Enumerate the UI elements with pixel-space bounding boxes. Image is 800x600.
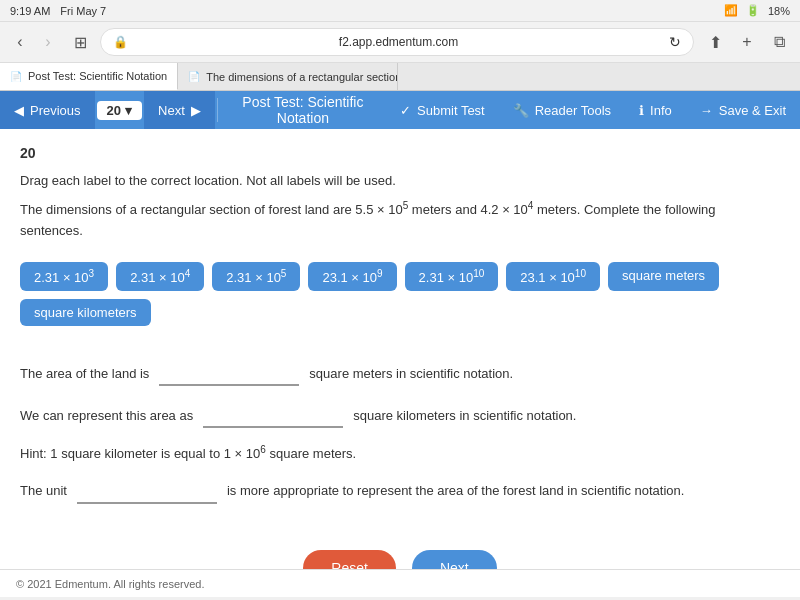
add-tab-button[interactable]: + <box>734 29 760 55</box>
refresh-icon[interactable]: ↻ <box>669 34 681 50</box>
toolbar-right: ✓ Submit Test 🔧 Reader Tools ℹ Info → Sa… <box>386 91 800 129</box>
drop-zone-3[interactable] <box>77 478 217 504</box>
drop-zone-1[interactable] <box>159 360 299 386</box>
reader-tools-button[interactable]: 🔧 Reader Tools <box>499 91 625 129</box>
question-number: 20 <box>20 145 780 161</box>
sentence3-end: is more appropriate to represent the are… <box>227 479 684 502</box>
label-chip-1[interactable]: 2.31 × 103 <box>20 262 108 291</box>
save-icon: → <box>700 103 713 118</box>
problem-text: The dimensions of a rectangular section … <box>20 198 780 242</box>
tab2-icon: 📄 <box>188 71 200 82</box>
browser-actions: ⬆ + ⧉ <box>702 29 792 55</box>
tab1-label: Post Test: Scientific Notation <box>28 70 167 82</box>
toolbar-title: Post Test: Scientific Notation <box>220 94 386 126</box>
browser-tabs: 📄 Post Test: Scientific Notation 📄 The d… <box>0 63 800 91</box>
label-chip-2[interactable]: 2.31 × 104 <box>116 262 204 291</box>
bookmark-button[interactable]: ⊞ <box>68 30 92 54</box>
submit-label: Submit Test <box>417 103 485 118</box>
previous-label: Previous <box>30 103 81 118</box>
info-button[interactable]: ℹ Info <box>625 91 686 129</box>
time: 9:19 AM <box>10 5 50 17</box>
hint-end: square meters. <box>266 447 356 462</box>
instructions: Drag each label to the correct location.… <box>20 173 780 188</box>
next-arrow-icon: ▶ <box>191 103 201 118</box>
sentence-row-2: We can represent this area as square kil… <box>20 402 780 428</box>
status-bar-left: 9:19 AM Fri May 7 <box>10 5 106 17</box>
sentence2-end: square kilometers in scientific notation… <box>353 404 576 427</box>
reader-tools-icon: 🔧 <box>513 103 529 118</box>
question-num-value: 20 <box>107 103 121 118</box>
tabs-button[interactable]: ⧉ <box>766 29 792 55</box>
status-bar-right: 📶 🔋 18% <box>724 4 790 17</box>
sentence3-start: The unit <box>20 479 67 502</box>
question-number-display[interactable]: 20 ▾ <box>97 101 142 120</box>
submit-icon: ✓ <box>400 103 411 118</box>
label-chip-6[interactable]: 23.1 × 1010 <box>506 262 600 291</box>
status-bar: 9:19 AM Fri May 7 📶 🔋 18% <box>0 0 800 22</box>
info-label: Info <box>650 103 672 118</box>
next-button[interactable]: Next ▶ <box>144 91 215 129</box>
label-chip-5[interactable]: 2.31 × 1010 <box>405 262 499 291</box>
tab-post-test[interactable]: 📄 Post Test: Scientific Notation <box>0 63 178 90</box>
content-area: 20 Drag each label to the correct locati… <box>0 129 800 569</box>
sentence-row-3: The unit is more appropriate to represen… <box>20 478 780 504</box>
toolbar: ◀ Previous 20 ▾ Next ▶ Post Test: Scient… <box>0 91 800 129</box>
forward-button[interactable]: › <box>36 30 60 54</box>
battery-icon: 🔋 <box>746 4 760 17</box>
action-buttons: Reset Next <box>20 550 780 569</box>
drop-zone-2[interactable] <box>203 402 343 428</box>
reset-button[interactable]: Reset <box>303 550 396 569</box>
submit-test-button[interactable]: ✓ Submit Test <box>386 91 499 129</box>
sentence1-start: The area of the land is <box>20 362 149 385</box>
hint-start: Hint: 1 square kilometer is equal to 1 ×… <box>20 447 260 462</box>
copyright-text: © 2021 Edmentum. All rights reserved. <box>16 578 204 590</box>
label-chip-square-km[interactable]: square kilometers <box>20 299 151 326</box>
sentence1-end: square meters in scientific notation. <box>309 362 513 385</box>
label-chip-4[interactable]: 23.1 × 109 <box>308 262 396 291</box>
save-label: Save & Exit <box>719 103 786 118</box>
prev-arrow-icon: ◀ <box>14 103 24 118</box>
tab2-label: The dimensions of a rectangular section … <box>206 71 398 83</box>
sentence-row-1: The area of the land is square meters in… <box>20 360 780 386</box>
tab1-icon: 📄 <box>10 71 22 82</box>
separator1 <box>217 98 218 122</box>
share-button[interactable]: ⬆ <box>702 29 728 55</box>
back-button[interactable]: ‹ <box>8 30 32 54</box>
next-label: Next <box>158 103 185 118</box>
tab-dimensions[interactable]: 📄 The dimensions of a rectangular sectio… <box>178 63 398 90</box>
label-chip-square-meters[interactable]: square meters <box>608 262 719 291</box>
wifi-icon: 📶 <box>724 4 738 17</box>
battery-level: 18% <box>768 5 790 17</box>
chevron-down-icon: ▾ <box>125 103 132 118</box>
address-bar[interactable]: 🔒 f2.app.edmentum.com ↻ <box>100 28 694 56</box>
previous-button[interactable]: ◀ Previous <box>0 91 95 129</box>
info-icon: ℹ <box>639 103 644 118</box>
problem-text-part2: meters and 4.2 × 10 <box>408 202 528 217</box>
labels-container: 2.31 × 103 2.31 × 104 2.31 × 105 23.1 × … <box>20 258 780 330</box>
browser-chrome: ‹ › ⊞ 🔒 f2.app.edmentum.com ↻ ⬆ + ⧉ <box>0 22 800 63</box>
problem-text-part1: The dimensions of a rectangular section … <box>20 202 403 217</box>
reader-tools-label: Reader Tools <box>535 103 611 118</box>
next-action-button[interactable]: Next <box>412 550 497 569</box>
label-chip-3[interactable]: 2.31 × 105 <box>212 262 300 291</box>
sentence2-start: We can represent this area as <box>20 404 193 427</box>
hint-text: Hint: 1 square kilometer is equal to 1 ×… <box>20 444 780 461</box>
sentences-area: The area of the land is square meters in… <box>20 350 780 529</box>
save-exit-button[interactable]: → Save & Exit <box>686 91 800 129</box>
nav-arrows: ‹ › <box>8 30 60 54</box>
address-text: f2.app.edmentum.com <box>134 35 663 49</box>
footer: © 2021 Edmentum. All rights reserved. <box>0 569 800 597</box>
day: Fri May 7 <box>60 5 106 17</box>
lock-icon: 🔒 <box>113 35 128 49</box>
